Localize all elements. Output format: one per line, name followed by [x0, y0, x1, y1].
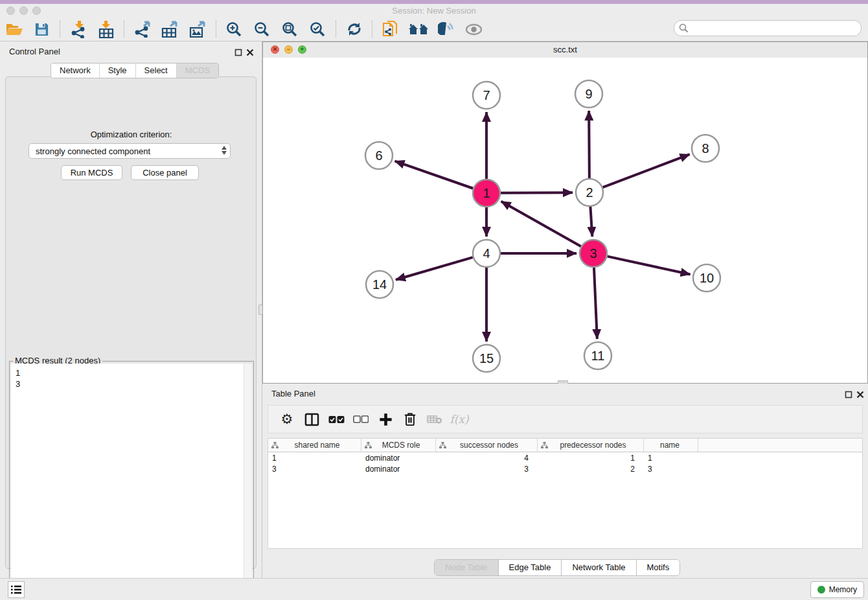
split-view-button[interactable]	[299, 408, 324, 430]
cell-shared-name: 3	[268, 465, 361, 474]
table-panel-title: Table Panel	[271, 389, 315, 398]
table-row[interactable]: 1 dominator 4 1 1	[268, 452, 862, 463]
export-table-icon	[161, 21, 179, 38]
select-all-checkboxes-button[interactable]	[324, 408, 348, 430]
column-type-icon	[271, 442, 279, 448]
close-panel-button[interactable]: Close panel	[131, 165, 199, 180]
close-table-panel-icon[interactable]	[856, 389, 864, 401]
zoom-in-button[interactable]	[220, 19, 248, 40]
new-network-from-file-button[interactable]	[376, 19, 404, 40]
open-session-button[interactable]	[0, 19, 28, 40]
refresh-button[interactable]	[340, 19, 368, 40]
graph-node-label: 10	[700, 271, 714, 285]
add-column-icon	[379, 413, 393, 426]
float-panel-icon[interactable]	[234, 47, 242, 59]
column-header-shared-name[interactable]: shared name	[268, 439, 361, 452]
import-network-button[interactable]	[64, 19, 92, 40]
run-mcds-button[interactable]: Run MCDS	[61, 165, 122, 180]
column-header-successor-nodes[interactable]: successor nodes	[436, 439, 538, 452]
home-view-icon	[409, 22, 428, 36]
add-column-button[interactable]	[373, 408, 398, 430]
column-header-mcds-role[interactable]: MCDS role	[361, 439, 436, 452]
graph-edge-2-8[interactable]	[603, 154, 690, 187]
refresh-icon	[347, 21, 362, 37]
table-row[interactable]: 3 dominator 3 2 3	[268, 463, 862, 474]
cell-predecessor-nodes: 2	[538, 465, 644, 474]
graph-edge-2-3[interactable]	[590, 207, 592, 237]
graph-edge-1-6[interactable]	[395, 161, 474, 189]
toolbar-separator	[372, 21, 372, 38]
toolbar-separator	[60, 21, 60, 38]
search-field[interactable]	[674, 20, 862, 36]
column-type-icon	[365, 442, 372, 448]
column-header-predecessor-nodes[interactable]: predecessor nodes	[538, 439, 644, 452]
export-image-button[interactable]	[184, 19, 212, 40]
result-line: 3	[11, 378, 252, 389]
import-table-icon	[98, 21, 115, 38]
cell-mcds-role: dominator	[361, 454, 436, 463]
network-graph[interactable]: 7968124314101511	[263, 58, 867, 383]
zoom-out-icon	[254, 21, 270, 38]
tab-network-table[interactable]: Network Table	[561, 560, 635, 575]
window-title: Session: New Session	[0, 4, 868, 17]
graph-node-label: 4	[483, 246, 490, 260]
graph-node-label: 8	[702, 141, 709, 156]
graph-edge-2-9[interactable]	[589, 111, 589, 178]
graph-edge-3-10[interactable]	[607, 257, 690, 275]
delete-table-icon	[427, 414, 442, 424]
clear-checkboxes-button[interactable]	[348, 408, 373, 430]
network-window-titlebar[interactable]: ✕ − + scc.txt	[263, 42, 867, 58]
optimization-criterion-label: Optimization criterion:	[0, 130, 262, 139]
delete-table-button[interactable]	[422, 408, 447, 430]
tab-mcds[interactable]: MCDS	[176, 63, 218, 78]
new-network-from-file-icon	[382, 21, 398, 38]
tab-network[interactable]: Network	[51, 63, 99, 78]
export-network-button[interactable]	[128, 19, 156, 40]
memory-status-icon	[817, 586, 825, 594]
home-view-button[interactable]	[404, 19, 432, 40]
visual-style-button[interactable]	[432, 19, 460, 40]
graph-edge-1-2[interactable]	[501, 192, 573, 193]
toolbar-separator	[216, 21, 216, 38]
mcds-result-list: 1 3	[11, 363, 252, 600]
cell-successor-nodes: 4	[436, 454, 538, 463]
zoom-selected-button[interactable]	[304, 19, 332, 40]
column-type-icon	[541, 442, 548, 448]
export-table-button[interactable]	[156, 19, 184, 40]
result-scrollbar[interactable]	[244, 363, 252, 600]
graph-node-label: 9	[585, 87, 592, 101]
tab-style[interactable]: Style	[99, 63, 135, 78]
tab-edge-table[interactable]: Edge Table	[498, 560, 562, 575]
graph-edge-3-1[interactable]	[501, 202, 581, 246]
visual-style-icon	[438, 21, 455, 37]
tab-node-table[interactable]: Node Table	[435, 560, 498, 575]
gear-icon: ⚙	[281, 413, 293, 426]
result-line: 1	[11, 367, 252, 378]
function-builder-button[interactable]: f(x)	[447, 408, 472, 430]
import-network-icon	[70, 21, 87, 38]
float-table-panel-icon[interactable]	[845, 389, 852, 401]
split-view-icon	[304, 413, 319, 426]
memory-button[interactable]: Memory	[810, 581, 864, 598]
tab-motifs[interactable]: Motifs	[636, 560, 680, 575]
task-history-button[interactable]	[8, 581, 25, 598]
save-session-button[interactable]	[28, 19, 56, 40]
clear-checkboxes-icon	[353, 415, 369, 423]
column-header-name[interactable]: name	[644, 439, 698, 452]
criterion-dropdown[interactable]: strongly connected component	[29, 143, 231, 159]
control-panel: Control Panel Network Style Select MCDS …	[0, 41, 262, 578]
graph-edge-3-11[interactable]	[594, 268, 597, 339]
graph-edge-4-14[interactable]	[396, 257, 473, 280]
table-toolbar: ⚙ f(x)	[268, 405, 863, 433]
gear-button[interactable]: ⚙	[275, 408, 299, 430]
zoom-fit-button[interactable]	[276, 19, 304, 40]
zoom-out-button[interactable]	[248, 19, 276, 40]
cell-name: 3	[644, 465, 698, 474]
eye-button[interactable]	[460, 19, 488, 40]
save-session-icon	[34, 22, 49, 37]
import-table-button[interactable]	[92, 19, 120, 40]
tab-select[interactable]: Select	[135, 63, 176, 78]
close-panel-icon[interactable]	[246, 47, 254, 59]
search-input[interactable]	[691, 21, 856, 35]
delete-button[interactable]	[398, 408, 422, 430]
